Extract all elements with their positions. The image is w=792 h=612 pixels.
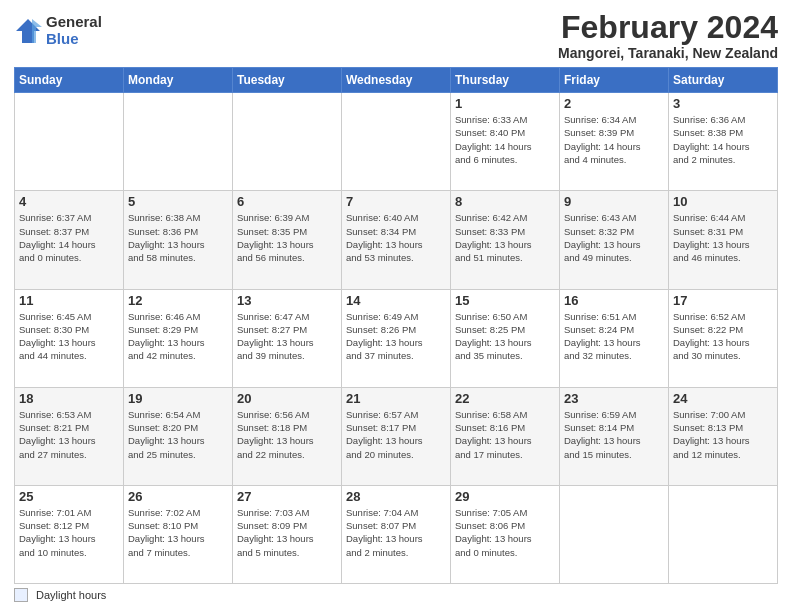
day-number: 15 — [455, 293, 555, 308]
day-info: Sunrise: 6:43 AM Sunset: 8:32 PM Dayligh… — [564, 211, 664, 264]
day-number: 29 — [455, 489, 555, 504]
calendar-cell: 10Sunrise: 6:44 AM Sunset: 8:31 PM Dayli… — [669, 191, 778, 289]
day-number: 13 — [237, 293, 337, 308]
day-info: Sunrise: 7:00 AM Sunset: 8:13 PM Dayligh… — [673, 408, 773, 461]
calendar-week-4: 18Sunrise: 6:53 AM Sunset: 8:21 PM Dayli… — [15, 387, 778, 485]
day-info: Sunrise: 7:05 AM Sunset: 8:06 PM Dayligh… — [455, 506, 555, 559]
day-number: 17 — [673, 293, 773, 308]
footer: Daylight hours — [14, 588, 778, 602]
day-info: Sunrise: 6:59 AM Sunset: 8:14 PM Dayligh… — [564, 408, 664, 461]
page: General Blue February 2024 Mangorei, Tar… — [0, 0, 792, 612]
day-number: 11 — [19, 293, 119, 308]
day-info: Sunrise: 6:33 AM Sunset: 8:40 PM Dayligh… — [455, 113, 555, 166]
calendar-cell: 12Sunrise: 6:46 AM Sunset: 8:29 PM Dayli… — [124, 289, 233, 387]
day-number: 16 — [564, 293, 664, 308]
calendar-header: Sunday Monday Tuesday Wednesday Thursday… — [15, 68, 778, 93]
calendar-table: Sunday Monday Tuesday Wednesday Thursday… — [14, 67, 778, 584]
calendar-body: 1Sunrise: 6:33 AM Sunset: 8:40 PM Daylig… — [15, 93, 778, 584]
calendar-cell: 15Sunrise: 6:50 AM Sunset: 8:25 PM Dayli… — [451, 289, 560, 387]
day-info: Sunrise: 7:03 AM Sunset: 8:09 PM Dayligh… — [237, 506, 337, 559]
day-number: 24 — [673, 391, 773, 406]
day-info: Sunrise: 6:49 AM Sunset: 8:26 PM Dayligh… — [346, 310, 446, 363]
logo-blue-text: Blue — [46, 31, 102, 48]
day-info: Sunrise: 6:54 AM Sunset: 8:20 PM Dayligh… — [128, 408, 228, 461]
day-number: 7 — [346, 194, 446, 209]
calendar-cell — [124, 93, 233, 191]
calendar-cell: 27Sunrise: 7:03 AM Sunset: 8:09 PM Dayli… — [233, 485, 342, 583]
day-info: Sunrise: 6:34 AM Sunset: 8:39 PM Dayligh… — [564, 113, 664, 166]
day-number: 3 — [673, 96, 773, 111]
day-info: Sunrise: 6:40 AM Sunset: 8:34 PM Dayligh… — [346, 211, 446, 264]
day-info: Sunrise: 6:58 AM Sunset: 8:16 PM Dayligh… — [455, 408, 555, 461]
weekday-sunday: Sunday — [15, 68, 124, 93]
calendar-cell: 5Sunrise: 6:38 AM Sunset: 8:36 PM Daylig… — [124, 191, 233, 289]
day-number: 5 — [128, 194, 228, 209]
day-number: 10 — [673, 194, 773, 209]
calendar-cell — [560, 485, 669, 583]
calendar-cell: 23Sunrise: 6:59 AM Sunset: 8:14 PM Dayli… — [560, 387, 669, 485]
day-info: Sunrise: 6:51 AM Sunset: 8:24 PM Dayligh… — [564, 310, 664, 363]
day-info: Sunrise: 6:44 AM Sunset: 8:31 PM Dayligh… — [673, 211, 773, 264]
calendar-cell: 14Sunrise: 6:49 AM Sunset: 8:26 PM Dayli… — [342, 289, 451, 387]
calendar-week-3: 11Sunrise: 6:45 AM Sunset: 8:30 PM Dayli… — [15, 289, 778, 387]
calendar-cell: 21Sunrise: 6:57 AM Sunset: 8:17 PM Dayli… — [342, 387, 451, 485]
day-number: 8 — [455, 194, 555, 209]
calendar-cell: 1Sunrise: 6:33 AM Sunset: 8:40 PM Daylig… — [451, 93, 560, 191]
header: General Blue February 2024 Mangorei, Tar… — [14, 10, 778, 61]
day-number: 23 — [564, 391, 664, 406]
calendar-cell — [342, 93, 451, 191]
calendar-cell: 26Sunrise: 7:02 AM Sunset: 8:10 PM Dayli… — [124, 485, 233, 583]
day-info: Sunrise: 6:50 AM Sunset: 8:25 PM Dayligh… — [455, 310, 555, 363]
daylight-legend-label: Daylight hours — [36, 589, 106, 601]
day-info: Sunrise: 7:04 AM Sunset: 8:07 PM Dayligh… — [346, 506, 446, 559]
day-info: Sunrise: 6:37 AM Sunset: 8:37 PM Dayligh… — [19, 211, 119, 264]
calendar-cell: 24Sunrise: 7:00 AM Sunset: 8:13 PM Dayli… — [669, 387, 778, 485]
weekday-thursday: Thursday — [451, 68, 560, 93]
day-number: 2 — [564, 96, 664, 111]
day-number: 18 — [19, 391, 119, 406]
logo-general-text: General — [46, 14, 102, 31]
calendar-cell: 9Sunrise: 6:43 AM Sunset: 8:32 PM Daylig… — [560, 191, 669, 289]
day-number: 14 — [346, 293, 446, 308]
weekday-wednesday: Wednesday — [342, 68, 451, 93]
calendar-cell — [15, 93, 124, 191]
calendar-cell: 6Sunrise: 6:39 AM Sunset: 8:35 PM Daylig… — [233, 191, 342, 289]
calendar-cell: 29Sunrise: 7:05 AM Sunset: 8:06 PM Dayli… — [451, 485, 560, 583]
calendar-cell — [669, 485, 778, 583]
day-number: 26 — [128, 489, 228, 504]
day-number: 19 — [128, 391, 228, 406]
day-number: 22 — [455, 391, 555, 406]
calendar-cell: 20Sunrise: 6:56 AM Sunset: 8:18 PM Dayli… — [233, 387, 342, 485]
weekday-row: Sunday Monday Tuesday Wednesday Thursday… — [15, 68, 778, 93]
day-number: 1 — [455, 96, 555, 111]
calendar-cell — [233, 93, 342, 191]
logo-text: General Blue — [46, 14, 102, 47]
calendar-cell: 16Sunrise: 6:51 AM Sunset: 8:24 PM Dayli… — [560, 289, 669, 387]
day-info: Sunrise: 6:42 AM Sunset: 8:33 PM Dayligh… — [455, 211, 555, 264]
day-number: 20 — [237, 391, 337, 406]
calendar-cell: 3Sunrise: 6:36 AM Sunset: 8:38 PM Daylig… — [669, 93, 778, 191]
day-info: Sunrise: 6:38 AM Sunset: 8:36 PM Dayligh… — [128, 211, 228, 264]
day-info: Sunrise: 6:46 AM Sunset: 8:29 PM Dayligh… — [128, 310, 228, 363]
daylight-legend-box — [14, 588, 28, 602]
calendar-cell: 17Sunrise: 6:52 AM Sunset: 8:22 PM Dayli… — [669, 289, 778, 387]
subtitle: Mangorei, Taranaki, New Zealand — [558, 45, 778, 61]
day-info: Sunrise: 6:52 AM Sunset: 8:22 PM Dayligh… — [673, 310, 773, 363]
day-info: Sunrise: 7:01 AM Sunset: 8:12 PM Dayligh… — [19, 506, 119, 559]
calendar-cell: 28Sunrise: 7:04 AM Sunset: 8:07 PM Dayli… — [342, 485, 451, 583]
day-info: Sunrise: 6:57 AM Sunset: 8:17 PM Dayligh… — [346, 408, 446, 461]
day-number: 6 — [237, 194, 337, 209]
logo-icon — [14, 17, 42, 45]
day-number: 28 — [346, 489, 446, 504]
calendar-cell: 2Sunrise: 6:34 AM Sunset: 8:39 PM Daylig… — [560, 93, 669, 191]
day-info: Sunrise: 6:39 AM Sunset: 8:35 PM Dayligh… — [237, 211, 337, 264]
day-info: Sunrise: 6:45 AM Sunset: 8:30 PM Dayligh… — [19, 310, 119, 363]
day-number: 27 — [237, 489, 337, 504]
calendar-week-5: 25Sunrise: 7:01 AM Sunset: 8:12 PM Dayli… — [15, 485, 778, 583]
day-info: Sunrise: 6:56 AM Sunset: 8:18 PM Dayligh… — [237, 408, 337, 461]
day-info: Sunrise: 6:36 AM Sunset: 8:38 PM Dayligh… — [673, 113, 773, 166]
weekday-friday: Friday — [560, 68, 669, 93]
day-info: Sunrise: 7:02 AM Sunset: 8:10 PM Dayligh… — [128, 506, 228, 559]
day-number: 4 — [19, 194, 119, 209]
calendar-cell: 7Sunrise: 6:40 AM Sunset: 8:34 PM Daylig… — [342, 191, 451, 289]
